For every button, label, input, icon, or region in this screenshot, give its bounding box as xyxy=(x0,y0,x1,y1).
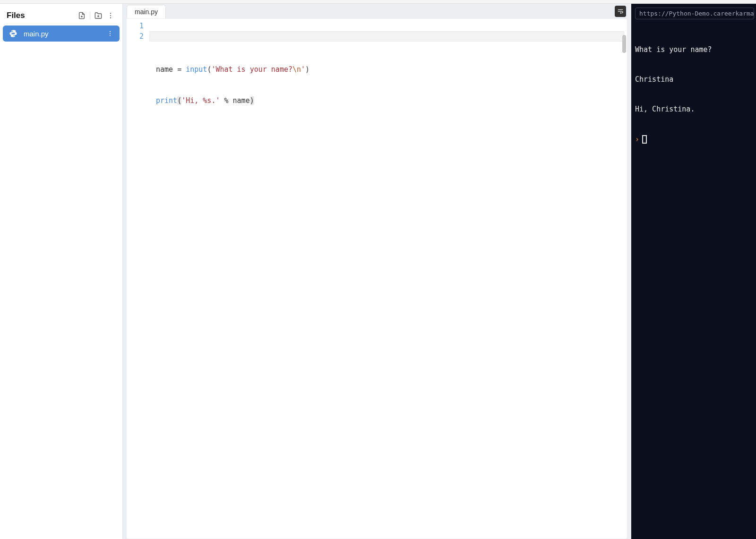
console-output: What is your name? Christina Hi, Christi… xyxy=(635,25,754,134)
new-folder-icon[interactable] xyxy=(93,10,103,21)
current-line-highlight xyxy=(149,31,624,42)
svg-point-7 xyxy=(110,31,111,32)
prompt-caret-icon: › xyxy=(635,135,639,144)
line-number: 1 xyxy=(127,21,149,31)
files-more-icon[interactable] xyxy=(105,10,116,21)
console-url[interactable]: https://Python-Demo.careerkarma.repl.run xyxy=(635,8,754,19)
console-line: What is your name? xyxy=(635,45,754,55)
code-line-1: name = input('What is your name?\n') xyxy=(156,64,627,75)
line-number: 2 xyxy=(127,31,149,42)
app-root: Files xyxy=(0,3,756,539)
code-line-2: print('Hi, %s.' % name) xyxy=(156,95,627,106)
console-line: Christina xyxy=(635,75,754,85)
new-file-icon[interactable] xyxy=(77,10,87,21)
prompt-cursor xyxy=(642,135,647,144)
tab-main[interactable]: main.py xyxy=(127,5,166,18)
files-header: Files xyxy=(2,8,120,25)
code-editor[interactable]: 1 2 name = input('What is your name?\n')… xyxy=(127,19,627,539)
svg-point-4 xyxy=(110,13,111,14)
divider xyxy=(90,12,90,19)
svg-point-9 xyxy=(110,35,111,36)
files-sidebar: Files xyxy=(0,4,123,539)
svg-point-8 xyxy=(110,33,111,34)
files-actions xyxy=(77,10,116,21)
tabs-bar: main.py xyxy=(127,4,627,19)
code-content: name = input('What is your name?\n') pri… xyxy=(127,42,627,127)
line-gutter: 1 2 xyxy=(127,19,149,42)
files-title: Files xyxy=(7,11,25,20)
console-prompt[interactable]: › xyxy=(635,135,754,144)
wrap-lines-icon[interactable] xyxy=(615,6,626,17)
python-icon xyxy=(8,29,19,38)
svg-point-5 xyxy=(110,15,111,16)
console-pane: https://Python-Demo.careerkarma.repl.run… xyxy=(631,4,756,539)
file-item-label: main.py xyxy=(24,30,105,38)
file-item-more-icon[interactable] xyxy=(105,30,115,37)
file-item-main[interactable]: main.py xyxy=(3,26,120,42)
console-line: Hi, Christina. xyxy=(635,104,754,114)
editor-pane: main.py 1 2 name = input('What is your n… xyxy=(123,4,631,539)
svg-point-6 xyxy=(110,17,111,18)
